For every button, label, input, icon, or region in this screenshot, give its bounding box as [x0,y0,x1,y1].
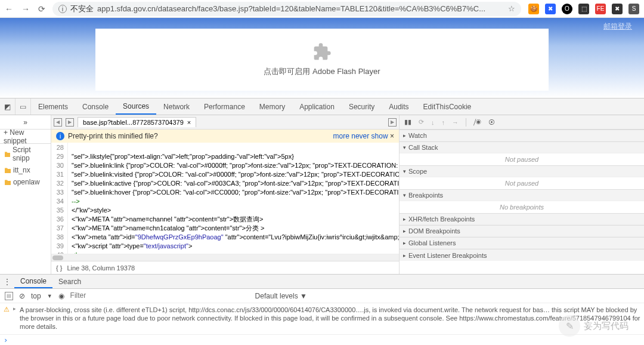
tab-editthiscookie[interactable]: EditThisCookie [416,98,479,115]
mail-login-link[interactable]: 邮箱登录 [603,21,632,32]
section-dom-bp[interactable]: ▸DOM Breakpoints [400,225,644,237]
devtools-tabs: ◩ ▭ Elements Console Sources Network Per… [0,98,644,115]
ext-icon[interactable]: S [628,4,639,14]
tab-elements[interactable]: Elements [31,98,75,115]
watermark-avatar: ✎ [559,315,580,337]
address-bar[interactable]: i 不安全 app1.sfda.gov.cn/datasearch/face3/… [52,2,521,16]
tab-performance[interactable]: Performance [197,98,252,115]
watermark: ✎ 妄为写代码 [559,315,628,337]
expand-icon[interactable]: ▸ [13,306,16,332]
section-scope[interactable]: ▾Scope [400,165,644,177]
code-lines[interactable]: "sel">.likstyle{"prop">text-align:"val">… [68,143,399,254]
scope-body: Not paused [400,177,644,189]
snippet-file[interactable]: openlaw [0,176,51,188]
levels-select[interactable]: Default levels ▼ [255,292,307,300]
file-icon [5,179,11,185]
tab-memory[interactable]: Memory [252,98,292,115]
ext-icon[interactable]: ✖ [545,4,556,14]
nav-back-icon[interactable]: ◀ [54,118,62,127]
section-callstack[interactable]: ▾Call Stack [400,141,644,153]
tab-audits[interactable]: Audits [382,98,416,115]
pretty-print-bar: i Pretty-print this minified file? more … [51,130,399,143]
callstack-body: Not paused [400,153,644,165]
context-select[interactable]: top [31,292,41,300]
browser-toolbar: ← → ⟳ i 不安全 app1.sfda.gov.cn/datasearch/… [0,0,644,18]
warning-text: A parser-blocking, cross site (i.e. diff… [20,306,640,332]
forward-icon[interactable]: → [21,4,30,14]
ext-icon[interactable]: 🍪 [528,4,539,14]
flash-placeholder[interactable]: 点击即可启用 Adobe Flash Player [95,29,549,91]
section-breakpoints[interactable]: ▾Breakpoints [400,189,644,201]
debugger-panel: ▮▮ ⟳ ↓ ↑ → ⧸◉ ⦿ ▸Watch ▾Call Stack Not p… [400,115,644,274]
device-icon[interactable]: ▭ [16,98,31,115]
code-area[interactable]: 2829303132333435363738394041 "sel">.liks… [51,143,399,254]
flash-text: 点击即可启用 Adobe Flash Player [264,66,380,77]
console-prompt[interactable]: › [0,334,644,345]
run-icon[interactable]: ▶ [388,118,397,127]
ext-icon[interactable]: ✖ [612,4,623,14]
section-event-bp[interactable]: ▸Event Listener Breakpoints [400,249,644,261]
close-icon[interactable]: × [187,119,191,126]
scrollbar-horizontal[interactable] [51,254,399,261]
deactivate-bp-icon[interactable]: ⧸◉ [473,118,481,126]
console-toolbar: ▤ ⊘ top ▼ ◉ Default levels ▼ [0,289,644,303]
drawer-tabs: ⋮ Console Search [0,275,644,289]
file-icon [5,167,11,173]
sidebar-toggle-icon[interactable]: ▤ [5,292,13,300]
file-tabs: ◀ ▶ base.jsp?tableI...87728573704379 × ▶ [51,115,399,130]
tab-search[interactable]: Search [52,275,87,288]
page-content: 邮箱登录 点击即可启用 Adobe Flash Player [0,18,644,98]
step-over-icon[interactable]: ⟳ [419,118,424,126]
insecure-label: 不安全 [70,4,94,14]
pretty-prompt: Pretty-print this minified file? [68,132,158,140]
tab-console[interactable]: Console [14,275,52,288]
tab-network[interactable]: Network [156,98,197,115]
tab-console[interactable]: Console [75,98,116,115]
close-icon[interactable]: × [390,132,394,140]
line-gutter: 2829303132333435363738394041 [51,143,68,254]
devtools: ◩ ▭ Elements Console Sources Network Per… [0,98,644,274]
drawer-menu-icon[interactable]: ⋮ [0,275,14,288]
snippet-file[interactable]: Script snipp [0,144,51,164]
tab-sources[interactable]: Sources [116,98,156,115]
pause-exceptions-icon[interactable]: ⦿ [488,119,495,126]
url-text: app1.sfda.gov.cn/datasearch/face3/base.j… [97,4,485,13]
eye-icon[interactable]: ◉ [58,292,64,300]
nav-icons: ← → ⟳ [5,4,45,14]
ext-icon[interactable]: FE [595,4,606,14]
section-xhr[interactable]: ▸XHR/fetch Breakpoints [400,213,644,225]
puzzle-icon [312,42,332,61]
scrollbar-thumb[interactable] [52,255,63,260]
star-icon[interactable]: ☆ [508,4,515,13]
ext-icon[interactable]: O [562,4,572,14]
format-icon[interactable]: { } [56,264,62,272]
file-tab[interactable]: base.jsp?tableI...87728573704379 × [78,117,196,127]
console-message: ⚠ ▸ A parser-blocking, cross site (i.e. … [0,303,644,334]
new-snippet-button[interactable]: + New snippet [0,130,51,144]
file-icon [5,151,10,157]
tab-security[interactable]: Security [342,98,382,115]
reload-icon[interactable]: ⟳ [38,4,45,14]
devtools-body: » + New snippet Script snipp itt_nx open… [0,115,644,274]
pretty-links[interactable]: more never show [333,132,388,140]
snippet-file[interactable]: itt_nx [0,164,51,176]
nav-fwd-icon[interactable]: ▶ [66,118,74,127]
panel-expand-icon[interactable]: » [0,115,51,130]
pause-icon[interactable]: ▮▮ [404,118,411,126]
console-drawer: ⋮ Console Search ▤ ⊘ top ▼ ◉ Default lev… [0,274,644,345]
section-watch[interactable]: ▸Watch [400,130,644,141]
editor-status: { } Line 38, Column 19378 [51,261,399,274]
step-icon[interactable]: → [452,119,459,126]
extension-icons: 🍪 ✖ O ⬚ FE ✖ S [528,4,639,14]
filter-input[interactable] [70,291,178,300]
back-icon[interactable]: ← [5,4,13,14]
info-icon[interactable]: i [58,5,67,13]
step-into-icon[interactable]: ↓ [431,119,435,126]
tab-application[interactable]: Application [292,98,342,115]
step-out-icon[interactable]: ↑ [442,119,445,126]
ext-icon[interactable]: ⬚ [578,4,589,14]
section-global[interactable]: ▸Global Listeners [400,237,644,249]
clear-icon[interactable]: ⊘ [19,292,25,300]
source-editor: ◀ ▶ base.jsp?tableI...87728573704379 × ▶… [51,115,400,274]
inspect-icon[interactable]: ◩ [0,98,16,115]
